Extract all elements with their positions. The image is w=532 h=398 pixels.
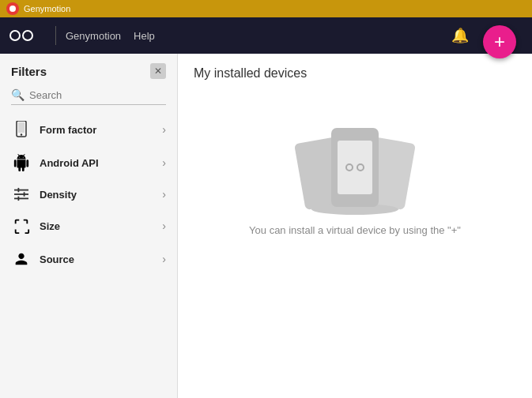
menubar-divider xyxy=(55,26,56,45)
device-group xyxy=(300,128,410,215)
filter-size[interactable]: Size › xyxy=(0,209,177,242)
menubar: Genymotion Help 🔔 + xyxy=(0,17,532,54)
circle-right xyxy=(357,163,364,171)
density-icon xyxy=(11,187,32,201)
add-icon: + xyxy=(494,32,505,51)
filters-title: Filters xyxy=(11,65,47,78)
notification-icon[interactable]: 🔔 xyxy=(451,27,469,44)
chevron-icon: › xyxy=(162,123,166,136)
device-center xyxy=(331,128,379,207)
chevron-icon: › xyxy=(162,253,166,265)
sidebar-header: Filters ✕ xyxy=(0,63,177,85)
logo-circle-right xyxy=(22,30,33,41)
filter-android-api[interactable]: Android API › xyxy=(0,146,177,179)
app-logo-icon xyxy=(6,2,19,15)
filter-android-api-label: Android API xyxy=(40,157,162,169)
svg-rect-2 xyxy=(18,122,25,133)
titlebar: Genymotion xyxy=(0,0,532,17)
filter-form-factor-label: Form factor xyxy=(40,124,162,136)
filter-size-label: Size xyxy=(40,220,162,232)
phone-icon xyxy=(11,121,32,138)
clear-filters-button[interactable]: ✕ xyxy=(150,63,166,79)
menu-genymotion[interactable]: Genymotion xyxy=(66,30,121,42)
size-icon xyxy=(11,217,32,235)
screen-logo xyxy=(345,163,364,171)
svg-point-0 xyxy=(9,6,16,12)
titlebar-title: Genymotion xyxy=(24,4,70,13)
search-input[interactable] xyxy=(29,89,166,101)
android-icon xyxy=(11,154,32,171)
filter-source-label: Source xyxy=(40,253,162,265)
sidebar: Filters ✕ 🔍 Form factor › xyxy=(0,54,178,398)
page-title: My installed devices xyxy=(194,66,307,81)
chevron-icon: › xyxy=(162,188,166,201)
empty-state-text: You can install a virtual device by usin… xyxy=(249,224,461,236)
menu-help[interactable]: Help xyxy=(134,30,155,42)
svg-point-3 xyxy=(21,133,22,135)
app-logo xyxy=(9,30,33,41)
clear-icon-label: ✕ xyxy=(154,66,162,77)
filter-form-factor[interactable]: Form factor › xyxy=(0,113,177,146)
search-icon: 🔍 xyxy=(11,88,25,101)
source-icon xyxy=(11,250,32,268)
filter-density[interactable]: Density › xyxy=(0,179,177,209)
empty-state-illustration: You can install a virtual device by usin… xyxy=(194,128,516,236)
main-layout: Filters ✕ 🔍 Form factor › xyxy=(0,54,532,398)
filter-density-label: Density xyxy=(40,189,162,201)
add-device-button[interactable]: + xyxy=(483,25,516,58)
logo-circle-left xyxy=(9,30,21,41)
content-area: My installed devices xyxy=(178,54,532,398)
filter-source[interactable]: Source › xyxy=(0,242,177,276)
device-screen xyxy=(338,141,372,194)
circle-left xyxy=(345,163,353,171)
chevron-icon: › xyxy=(162,156,166,169)
chevron-icon: › xyxy=(162,220,166,232)
search-container: 🔍 xyxy=(11,88,166,105)
